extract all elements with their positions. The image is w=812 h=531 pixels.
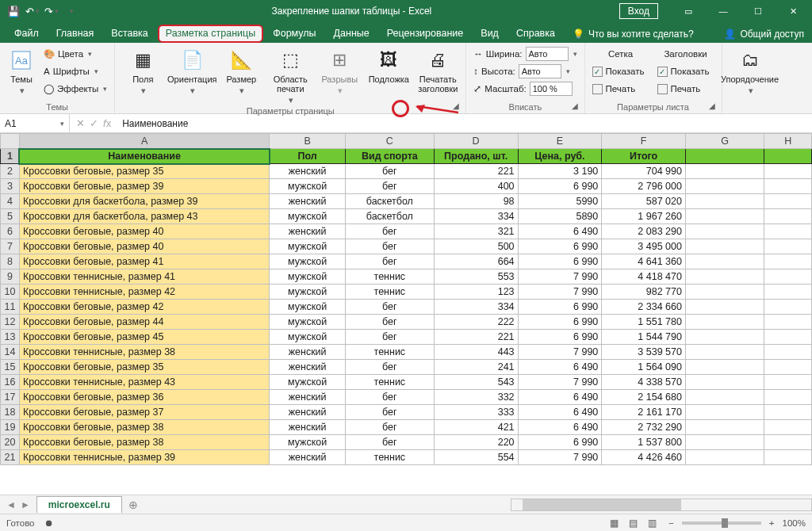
cell[interactable]: бег (345, 254, 434, 269)
row-header[interactable]: 6 (1, 224, 20, 239)
cell[interactable]: женский (270, 420, 346, 435)
cell[interactable]: мужской (270, 179, 346, 194)
fx-icon[interactable]: fx (103, 117, 111, 129)
theme-fonts-button[interactable]: AШрифты▾ (41, 63, 109, 79)
scale-input[interactable]: 100 % (530, 82, 573, 96)
page-break-view-icon[interactable]: ▥ (643, 516, 661, 530)
cell[interactable]: Вид спорта (345, 149, 434, 164)
cell[interactable]: 2 154 680 (602, 390, 686, 405)
cell[interactable]: Кроссовки теннисные, размер 42 (19, 285, 269, 300)
cell[interactable]: теннис (345, 375, 434, 390)
cell[interactable]: 6 490 (518, 224, 602, 239)
cell[interactable]: 4 426 460 (602, 450, 686, 465)
tell-me-search[interactable]: 💡Что вы хотите сделать? (565, 25, 702, 43)
cell[interactable]: бег (345, 420, 434, 435)
sheet-options-dialog-launcher[interactable]: ◢ (708, 101, 718, 111)
row-header[interactable]: 16 (1, 375, 20, 390)
cell[interactable]: бег (345, 164, 434, 179)
cell[interactable] (685, 345, 764, 360)
cell[interactable]: Наименование (19, 149, 269, 164)
cell[interactable]: Кроссовки беговые, размер 38 (19, 435, 269, 450)
cell[interactable]: Кроссовки теннисные, размер 39 (19, 450, 269, 465)
cell[interactable]: теннис (345, 345, 434, 360)
ribbon-display-options-icon[interactable]: ▭ (672, 0, 704, 22)
row-header[interactable]: 21 (1, 450, 20, 465)
cell[interactable] (685, 375, 764, 390)
row-header[interactable]: 13 (1, 330, 20, 345)
cell[interactable]: 5990 (518, 194, 602, 209)
cell[interactable] (764, 224, 812, 239)
cell[interactable]: 664 (434, 254, 518, 269)
cell[interactable] (764, 345, 812, 360)
cell[interactable]: 3 190 (518, 164, 602, 179)
cell[interactable] (764, 390, 812, 405)
cell[interactable] (764, 254, 812, 269)
column-header[interactable]: B (270, 134, 346, 149)
cell[interactable]: баскетбол (345, 194, 434, 209)
cell[interactable]: Кроссовки беговые, размер 35 (19, 360, 269, 375)
cell[interactable]: 334 (434, 300, 518, 315)
cell[interactable]: 421 (434, 420, 518, 435)
cell[interactable]: мужской (270, 435, 346, 450)
cell[interactable] (764, 179, 812, 194)
cell[interactable] (764, 269, 812, 285)
cell[interactable] (685, 164, 764, 179)
cell[interactable] (764, 375, 812, 390)
cell[interactable]: бег (345, 405, 434, 420)
cell[interactable]: 332 (434, 390, 518, 405)
cell[interactable] (685, 285, 764, 300)
tab-view[interactable]: Вид (473, 25, 507, 43)
scale-dialog-launcher[interactable]: ◢ (571, 101, 581, 111)
cell[interactable]: 443 (434, 345, 518, 360)
cell[interactable]: мужской (270, 330, 346, 345)
cell[interactable] (685, 300, 764, 315)
cell[interactable]: женский (270, 345, 346, 360)
sign-in-button[interactable]: Вход (619, 3, 658, 19)
row-header[interactable]: 17 (1, 390, 20, 405)
cell[interactable] (685, 269, 764, 285)
width-select[interactable]: Авто (526, 47, 569, 61)
height-select[interactable]: Авто (519, 64, 561, 78)
cell[interactable] (685, 254, 764, 269)
cell[interactable]: Кроссовки теннисные, размер 38 (19, 345, 269, 360)
cell[interactable]: женский (270, 390, 346, 405)
cell[interactable]: 6 990 (518, 330, 602, 345)
cell[interactable]: 321 (434, 224, 518, 239)
cell[interactable]: Кроссовки беговые, размер 40 (19, 224, 269, 239)
theme-colors-button[interactable]: 🎨Цвета▾ (41, 46, 109, 62)
column-header[interactable]: F (602, 134, 686, 149)
cell[interactable] (685, 405, 764, 420)
orientation-button[interactable]: 📄Ориентация▾ (169, 46, 215, 95)
column-header[interactable]: A (19, 134, 269, 149)
new-sheet-button[interactable]: ⊕ (122, 499, 144, 511)
cell[interactable]: Кроссовки беговые, размер 35 (19, 164, 269, 179)
cell[interactable]: 220 (434, 435, 518, 450)
cell[interactable]: мужской (270, 254, 346, 269)
cell[interactable]: Кроссовки беговые, размер 37 (19, 405, 269, 420)
cell[interactable]: 1 537 800 (602, 435, 686, 450)
cell[interactable]: 334 (434, 209, 518, 224)
normal-view-icon[interactable]: ▦ (605, 516, 622, 530)
cell[interactable] (685, 435, 764, 450)
tab-page-layout[interactable]: Разметка страницы (158, 25, 263, 43)
cell[interactable]: бег (345, 300, 434, 315)
cell[interactable]: 221 (434, 164, 518, 179)
row-header[interactable]: 5 (1, 209, 20, 224)
redo-icon[interactable]: ↷▾ (43, 2, 60, 20)
cell[interactable]: Кроссовки для баскетбола, размер 39 (19, 194, 269, 209)
cell[interactable]: Кроссовки беговые, размер 39 (19, 179, 269, 194)
cancel-icon[interactable]: ✕ (76, 117, 85, 129)
cell[interactable]: бег (345, 330, 434, 345)
cell[interactable] (764, 285, 812, 300)
row-header[interactable]: 9 (1, 269, 20, 285)
cell[interactable]: 123 (434, 285, 518, 300)
zoom-slider[interactable] (682, 521, 761, 525)
cell[interactable]: 6 490 (518, 390, 602, 405)
cell[interactable]: Цена, руб. (518, 149, 602, 164)
cell[interactable]: 241 (434, 360, 518, 375)
row-header[interactable]: 2 (1, 164, 20, 179)
row-header[interactable]: 12 (1, 315, 20, 330)
cell[interactable]: 4 338 570 (602, 375, 686, 390)
zoom-in-icon[interactable]: + (769, 518, 775, 528)
zoom-level[interactable]: 100% (783, 518, 806, 528)
